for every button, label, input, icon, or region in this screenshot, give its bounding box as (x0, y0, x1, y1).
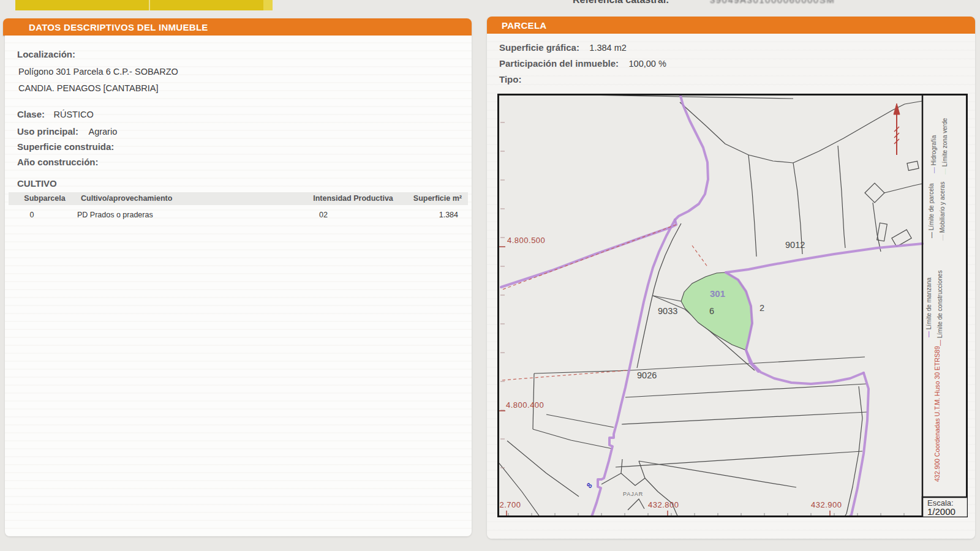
localizacion-line1: Polígono 301 Parcela 6 C.P.- SOBARZO (18, 67, 178, 77)
superficie-construida-row: Superficie construida: (17, 141, 120, 152)
anio-construccion-label: Año construcción: (17, 157, 99, 167)
cadastral-map[interactable]: 90122301690339026PAJAR84.800.5004.800.40… (497, 94, 968, 517)
participacion-label: Participación del inmueble: (499, 58, 619, 69)
cultivo-table-header: Subparcela Cultivo/aprovechamiento Inten… (9, 192, 468, 205)
clase-label: Clase: (17, 109, 45, 119)
legend-item-l-mite-de-manzana: — Límite de manzana (925, 277, 932, 337)
map-label-PAJAR: PAJAR (623, 491, 643, 497)
cell-subparcela: 0 (13, 211, 50, 219)
yellow-bar-cap (263, 0, 273, 10)
referencia-value: 39049A301000060000SM (710, 0, 835, 5)
anio-construccion-row: Año construcción: (17, 157, 105, 168)
participacion-value: 100,00 % (629, 59, 666, 69)
legend-item-l-mite-de-construcciones: — Límite de construcciones (937, 271, 943, 346)
map-label-432-900: 432.900 (811, 500, 842, 509)
participacion-row: Participación del inmueble: 100,00 % (499, 58, 666, 69)
datos-descriptivos-card: Localización: Polígono 301 Parcela 6 C.P… (5, 36, 472, 536)
col-intensidad: Intensidad Productiva (287, 194, 419, 203)
map-label-2: 2 (760, 303, 764, 313)
cultivo-title: CULTIVO (17, 178, 57, 189)
legend-item-mobiliario-y-aceras: — Mobiliario y aceras (939, 182, 946, 241)
map-svg[interactable]: 90122301690339026PAJAR84.800.5004.800.40… (497, 94, 968, 517)
col-superficie: Superficie m² (401, 194, 462, 203)
coordinate-system-note: 432.900 Coordenadas U.T.M. Huso 30 ETRS8… (933, 346, 941, 482)
map-label-4-800-400: 4.800.400 (506, 400, 544, 410)
cell-cultivo: PD Prados o praderas (77, 211, 153, 219)
localizacion-label: Localización: (17, 49, 75, 60)
map-label-301: 301 (710, 288, 725, 299)
uso-row: Uso principal: Agrario (17, 126, 117, 137)
legend-item-l-mite-zona-verde: — Límite zona verde (941, 118, 948, 174)
cell-superficie: 1.384 (397, 211, 458, 219)
tipo-label: Tipo: (499, 74, 521, 84)
scale-box: Escala: 1/2000 (922, 497, 968, 517)
legend-item-l-mite-de-parcela: — Límite de parcela (928, 183, 935, 238)
uso-label: Uso principal: (17, 126, 78, 137)
superficie-grafica-value: 1.384 m2 (589, 43, 626, 53)
parcela-card: Superficie gráfica: 1.384 m2 Participaci… (487, 34, 975, 539)
superficie-construida-label: Superficie construida: (17, 141, 114, 152)
map-label-9026: 9026 (637, 370, 657, 380)
yellow-bar-divider (149, 0, 150, 10)
legend-item-hidrograf-a: — Hidrografía (930, 135, 937, 173)
referencia-catastral-line: Referencia catastral: 39049A301000060000… (573, 0, 835, 6)
map-label-9033: 9033 (658, 306, 677, 316)
col-cultivo: Cultivo/aprovechamiento (81, 194, 172, 203)
col-subparcela: Subparcela (17, 194, 72, 203)
top-yellow-bar (15, 0, 273, 10)
cell-intensidad: 02 (284, 211, 363, 219)
right-panel-header: PARCELA (487, 17, 975, 34)
localizacion-line2: CANDIA. PENAGOS [CANTABRIA] (18, 83, 159, 93)
map-label-6: 6 (709, 306, 714, 316)
superficie-grafica-row: Superficie gráfica: 1.384 m2 (499, 42, 627, 53)
scale-value: 1/2000 (927, 506, 956, 517)
left-panel-title: DATOS DESCRIPTIVOS DEL INMUEBLE (29, 22, 208, 32)
clase-row: Clase: RÚSTICO (17, 109, 94, 120)
referencia-label: Referencia catastral: (573, 0, 669, 5)
map-label-4-800-500: 4.800.500 (507, 236, 545, 245)
map-label-432-800: 432.800 (648, 500, 679, 509)
uso-value: Agrario (88, 127, 117, 137)
left-panel-header: DATOS DESCRIPTIVOS DEL INMUEBLE (3, 18, 472, 36)
map-label-9012: 9012 (785, 240, 805, 250)
superficie-grafica-label: Superficie gráfica: (499, 42, 579, 53)
tipo-row: Tipo: (499, 74, 529, 85)
map-label-432-700: 432.700 (497, 500, 521, 509)
right-panel-title: PARCELA (502, 20, 547, 31)
clase-value: RÚSTICO (53, 110, 93, 119)
